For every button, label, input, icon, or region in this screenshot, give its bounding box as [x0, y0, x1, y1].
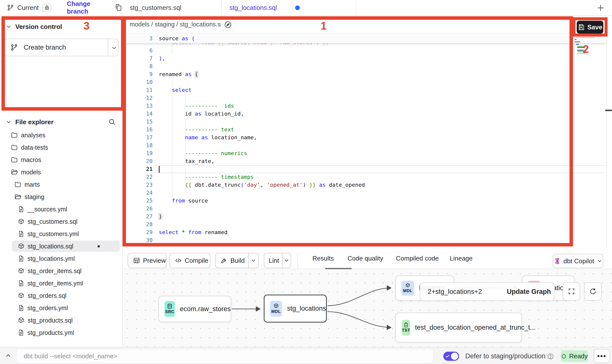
toggle-knob — [451, 353, 458, 360]
button-label: Build — [230, 257, 245, 264]
tree-item-stg-locations-yml[interactable]: stg_locations.yml — [0, 252, 123, 265]
refresh-icon — [589, 288, 597, 295]
minimap[interactable] — [575, 37, 596, 53]
lock-icon — [42, 3, 52, 13]
lineage-node-test[interactable]: TST test_does_location_opened_at_trunc_t… — [395, 313, 522, 343]
code-line-14[interactable]: 14 id as location_id, — [123, 110, 606, 118]
code-line-22[interactable]: 22 ---------- timestamps — [123, 173, 606, 181]
status-badge[interactable]: Ready — [561, 350, 588, 362]
tab-stg-locations-active[interactable]: stg_locations.sql — [222, 0, 356, 15]
code-line-8[interactable]: 8 — [123, 62, 606, 70]
tree-item-models[interactable]: models — [0, 166, 123, 178]
tree-item-stg-customers-sql[interactable]: stg_customers.sql — [0, 215, 123, 228]
create-branch-dropdown[interactable] — [111, 44, 118, 51]
text-cursor — [159, 166, 160, 173]
code-line-25[interactable]: 25 from source — [123, 197, 606, 205]
tree-item-stg-customers-yml[interactable]: stg_customers.yml — [0, 228, 123, 240]
code-line-10[interactable]: 10 — [123, 78, 606, 86]
build-button[interactable]: Build — [215, 253, 259, 268]
tree-item-analyses[interactable]: analyses — [0, 129, 123, 141]
minimap-line — [575, 39, 576, 40]
tree-item-stg-locations-sql[interactable]: stg_locations.sql — [0, 240, 123, 252]
line-number: 17 — [123, 134, 153, 142]
code-line-6[interactable]: 6 — [123, 47, 606, 55]
help-icon[interactable] — [547, 353, 554, 360]
defer-toggle[interactable] — [443, 352, 459, 361]
save-button[interactable]: Save — [577, 21, 603, 34]
file-name: data-tests — [21, 144, 48, 151]
fullscreen-button[interactable] — [563, 282, 580, 301]
compile-button[interactable]: Compile — [169, 253, 210, 268]
resize-handle[interactable] — [605, 110, 612, 111]
tree-item-stg-products-yml[interactable]: stg_products.yml — [0, 326, 123, 339]
tree-item-stg-products-sql[interactable]: stg_products.sql — [0, 314, 123, 326]
lineage-canvas[interactable]: SRC ecom.raw_stores MDL stg_locations MD… — [123, 269, 612, 347]
code-area[interactable]: 5 select * from {{ source('ecom', 'raw_s… — [123, 39, 606, 244]
refresh-button[interactable] — [584, 282, 602, 301]
panel-tab-compiled-code[interactable]: Compiled code — [396, 248, 439, 269]
minimap-line — [577, 46, 584, 47]
code-line-7[interactable]: 7), — [123, 55, 606, 62]
compass-icon[interactable] — [221, 19, 235, 30]
code-line-16[interactable]: 16 ---------- text — [123, 126, 606, 134]
code-line-20[interactable]: 20 tax_rate, — [123, 157, 606, 165]
code-line-19[interactable]: 19 ---------- numerics — [123, 149, 606, 157]
version-control-header[interactable]: Version control — [0, 20, 122, 33]
code-line-26[interactable]: 26 — [123, 205, 606, 213]
tree-item-data-tests[interactable]: data-tests — [0, 141, 123, 154]
tree-item-macros[interactable]: macros — [0, 154, 123, 166]
code-line-13[interactable]: 13 ---------- ids — [123, 102, 606, 110]
more-options-button[interactable]: ••• — [594, 349, 610, 363]
code-line-18[interactable]: 18 — [123, 142, 606, 149]
change-branch-link[interactable]: Change branch — [67, 0, 107, 15]
wrench-icon — [221, 257, 227, 264]
tab-stg-customers[interactable]: stg_customers.sql — [123, 0, 222, 15]
panel-tab-lineage[interactable]: Lineage — [450, 248, 473, 269]
code-line-11[interactable]: 11 select — [123, 86, 606, 94]
check-icon — [445, 354, 450, 359]
model-icon — [18, 317, 24, 324]
code-line-29[interactable]: 29select * from renamed — [123, 228, 606, 236]
code-line-30[interactable]: 30 — [123, 236, 606, 244]
code-line-24[interactable]: 24 — [123, 189, 606, 197]
file-explorer-header[interactable]: File explorer — [0, 116, 122, 128]
update-graph-button[interactable]: Update Graph — [504, 282, 555, 301]
tree-item-stg-orders-sql[interactable]: stg_orders.sql — [0, 289, 123, 302]
copy-branch-icon[interactable] — [114, 3, 123, 12]
ready-label: Ready — [569, 352, 588, 360]
code-line-9[interactable]: 9renamed as ( — [123, 70, 606, 78]
tree-item-stg-order-items-yml[interactable]: stg_order_items.yml — [0, 277, 123, 289]
code-line-15[interactable]: 15 — [123, 118, 606, 126]
preview-button[interactable]: Preview — [128, 253, 167, 268]
search-icon[interactable] — [108, 118, 116, 126]
model-icon — [18, 268, 24, 274]
panel-tab-code-quality[interactable]: Code quality — [347, 248, 383, 269]
code-line-21[interactable]: 21 — [123, 165, 606, 173]
code-line-27[interactable]: 27) — [123, 213, 606, 221]
tree-item--sources-yml[interactable]: __sources.yml — [0, 203, 123, 215]
code-line-12[interactable]: 12 — [123, 94, 606, 102]
new-tab-button[interactable] — [595, 2, 607, 13]
lineage-node-source[interactable]: SRC ecom.raw_stores — [159, 296, 231, 322]
code-line-17[interactable]: 17 name as location_name, — [123, 134, 606, 142]
lint-button[interactable]: Lint — [264, 253, 291, 268]
lineage-filter-input[interactable]: 2+stg_locations+2 — [420, 282, 504, 301]
tree-item-marts[interactable]: marts — [0, 178, 123, 191]
tree-item-stg-order-items-sql[interactable]: stg_order_items.sql — [0, 265, 123, 277]
code-line-23[interactable]: 23 {{ dbt.date_trunc('day', 'opened_at')… — [123, 181, 606, 189]
tree-item-staging[interactable]: staging — [0, 191, 123, 203]
line-number: 15 — [123, 118, 153, 126]
code-text: renamed as ( — [159, 70, 198, 78]
file-name: stg_customers.yml — [27, 230, 79, 238]
lint-dropdown[interactable] — [283, 257, 291, 264]
folder-icon — [14, 181, 21, 188]
code-line-28[interactable]: 28 — [123, 221, 606, 228]
create-branch-button[interactable]: Create branch — [3, 39, 119, 56]
dbt-copilot-button[interactable]: dbt Copilot — [553, 254, 603, 268]
lineage-node-stg-locations[interactable]: MDL stg_locations — [264, 295, 327, 323]
panel-tab-results[interactable]: Results — [312, 248, 334, 269]
command-input[interactable]: dbt build --select <model_name> — [16, 349, 434, 364]
tree-item-stg-orders-yml[interactable]: stg_orders.yml — [0, 302, 123, 314]
build-dropdown[interactable] — [249, 257, 258, 264]
chevron-up-icon[interactable] — [4, 352, 12, 359]
